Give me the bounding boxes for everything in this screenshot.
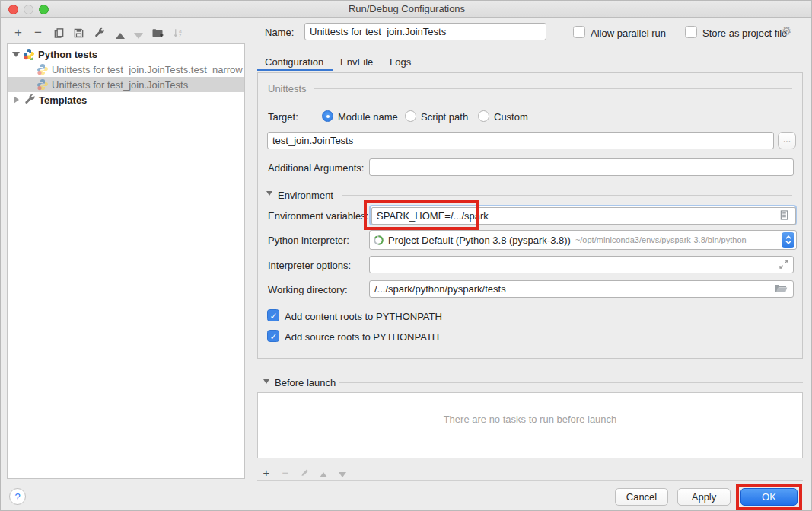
name-label: Name:: [265, 27, 294, 38]
ok-button-annotation-box: [736, 484, 802, 510]
tree-item-label: Python tests: [38, 49, 97, 60]
save-configuration-icon[interactable]: [72, 26, 85, 40]
window-title: Run/Debug Configurations: [1, 1, 812, 18]
browse-button[interactable]: ...: [778, 132, 796, 149]
add-task-icon[interactable]: +: [260, 466, 272, 478]
working-directory-input[interactable]: [369, 280, 794, 298]
python-test-config-icon: [37, 63, 49, 75]
move-up-icon[interactable]: [113, 29, 127, 43]
store-as-project-file-checkbox[interactable]: [685, 26, 697, 38]
tree-item-label: Unittests for test_join.JoinTests.test_n…: [52, 64, 243, 75]
tree-item-templates[interactable]: Templates: [8, 92, 244, 107]
radio-script-path[interactable]: [405, 110, 416, 122]
conda-interpreter-icon: [373, 235, 384, 246]
tree-item-label: Unittests for test_join.JoinTests: [52, 79, 188, 91]
group-divider: [314, 88, 792, 89]
edit-templates-icon[interactable]: [92, 26, 106, 40]
group-divider: [339, 382, 803, 383]
python-interpreter-select[interactable]: Project Default (Python 3.8 (pyspark-3.8…: [369, 230, 797, 250]
folder-icon[interactable]: [774, 283, 788, 294]
store-options-gear-icon[interactable]: ⚙: [782, 24, 791, 38]
add-configuration-icon[interactable]: +: [11, 26, 25, 40]
tab-envfile[interactable]: EnvFile: [340, 54, 373, 71]
radio-custom[interactable]: [478, 110, 489, 122]
environment-collapse-icon[interactable]: [266, 191, 272, 196]
interpreter-dropdown-stepper-icon[interactable]: [782, 232, 794, 248]
before-launch-collapse-icon[interactable]: [263, 379, 269, 384]
remove-task-icon: −: [279, 466, 291, 478]
svg-text:z: z: [178, 33, 180, 38]
allow-parallel-run-checkbox[interactable]: [573, 26, 585, 38]
before-launch-empty-message: There are no tasks to run before launch: [257, 414, 803, 425]
sort-configurations-icon: az: [171, 26, 185, 40]
radio-custom-label: Custom: [494, 111, 528, 123]
environment-variables-annotation-box: [364, 200, 479, 230]
target-input[interactable]: [267, 132, 774, 149]
python-test-config-icon: [37, 78, 49, 91]
templates-wrench-icon: [24, 94, 36, 106]
remove-configuration-icon[interactable]: −: [31, 26, 45, 40]
environment-group-label: Environment: [278, 190, 333, 201]
python-interpreter-value: Project Default (Python 3.8 (pyspark-3.8…: [388, 235, 571, 246]
tree-item-unittests-jointests-selected[interactable]: Unittests for test_join.JoinTests: [8, 77, 244, 92]
additional-arguments-input[interactable]: [369, 158, 794, 176]
python-interpreter-label: Python interpreter:: [268, 235, 349, 246]
allow-parallel-run-label: Allow parallel run: [591, 27, 666, 39]
expander-open-icon[interactable]: [12, 52, 20, 57]
tree-item-unittests-test-narrow[interactable]: Unittests for test_join.JoinTests.test_n…: [8, 62, 244, 77]
add-source-roots-label: Add source roots to PYTHONPATH: [285, 331, 439, 343]
move-down-icon: [132, 29, 145, 43]
interpreter-options-input[interactable]: [369, 256, 794, 273]
tab-logs[interactable]: Logs: [390, 54, 411, 71]
run-debug-configurations-dialog: Run/Debug Configurations + − az Python t…: [0, 0, 812, 511]
apply-button[interactable]: Apply: [677, 488, 731, 506]
interpreter-options-label: Interpreter options:: [268, 260, 351, 271]
python-tests-icon: [23, 48, 35, 60]
environment-variables-label: Environment variables:: [268, 210, 368, 222]
move-task-up-icon: [317, 468, 330, 481]
edit-task-icon: [298, 466, 310, 478]
help-button[interactable]: ?: [9, 488, 26, 505]
cancel-button[interactable]: Cancel: [615, 488, 668, 506]
edit-variables-icon[interactable]: [779, 209, 789, 221]
before-launch-task-list[interactable]: [257, 392, 803, 458]
add-source-roots-checkbox[interactable]: [267, 330, 279, 342]
radio-module-name-label: Module name: [338, 111, 398, 123]
name-input[interactable]: [304, 23, 546, 40]
panel-bottom-divider: [257, 480, 803, 481]
additional-arguments-label: Additional Arguments:: [268, 162, 364, 174]
target-label: Target:: [268, 111, 298, 123]
working-directory-label: Working directory:: [268, 284, 348, 295]
tree-item-label: Templates: [39, 94, 87, 106]
expander-closed-icon[interactable]: [14, 96, 19, 104]
python-interpreter-path: ~/opt/miniconda3/envs/pyspark-3.8/bin/py…: [575, 235, 747, 244]
radio-module-name[interactable]: [322, 110, 333, 122]
new-folder-icon[interactable]: [151, 26, 164, 40]
move-task-down-icon: [336, 468, 349, 481]
group-divider: [342, 195, 792, 196]
unittests-group-label: Unittests: [268, 83, 307, 94]
before-launch-group-label: Before launch: [275, 377, 336, 388]
store-as-project-file-label: Store as project file: [702, 27, 787, 39]
add-content-roots-label: Add content roots to PYTHONPATH: [285, 311, 442, 322]
active-tab-indicator: [257, 69, 333, 71]
tree-item-python-tests[interactable]: Python tests: [8, 46, 244, 62]
copy-configuration-icon[interactable]: [52, 26, 65, 40]
configurations-tree-panel: Python tests Unittests for test_join.Joi…: [7, 43, 245, 479]
expand-field-icon[interactable]: [779, 259, 789, 270]
radio-script-path-label: Script path: [421, 111, 468, 123]
add-content-roots-checkbox[interactable]: [267, 309, 279, 321]
